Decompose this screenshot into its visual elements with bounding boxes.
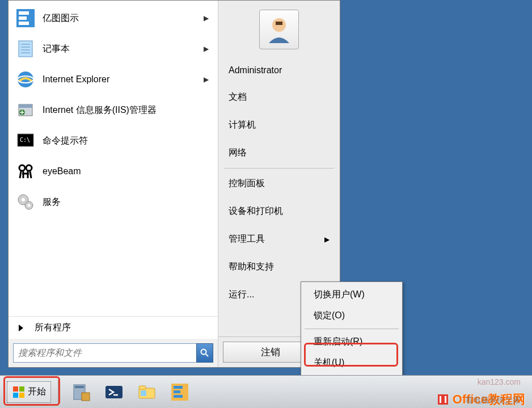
link-help[interactable]: 帮助和支持 bbox=[218, 253, 340, 281]
right-links: Administrator 文档 计算机 网络 控制面板 设备和打印机 管理工具… bbox=[218, 57, 340, 309]
submenu-switch-user[interactable]: 切换用户(W) bbox=[301, 284, 402, 305]
devices-label: 设备和打印机 bbox=[229, 205, 283, 217]
program-label: 记事本 bbox=[37, 43, 204, 55]
run-label: 运行... bbox=[229, 289, 254, 301]
user-avatar[interactable] bbox=[259, 10, 299, 49]
program-label: 命令提示符 bbox=[37, 135, 212, 147]
search-icon bbox=[200, 348, 209, 357]
network-label: 网络 bbox=[229, 147, 247, 159]
link-computer[interactable]: 计算机 bbox=[218, 111, 340, 139]
svg-rect-27 bbox=[13, 386, 18, 392]
program-item-edraw[interactable]: 亿图图示 ▶ bbox=[9, 3, 218, 33]
computer-label: 计算机 bbox=[229, 119, 256, 131]
svg-rect-29 bbox=[13, 393, 18, 398]
start-label: 开始 bbox=[28, 386, 46, 398]
svg-rect-12 bbox=[19, 104, 32, 108]
svg-rect-37 bbox=[139, 386, 146, 389]
all-programs-label: 所有程序 bbox=[35, 322, 71, 334]
taskbar-server-manager[interactable] bbox=[67, 380, 95, 404]
svg-point-16 bbox=[19, 165, 25, 171]
submenu-arrow-icon: ▶ bbox=[204, 45, 212, 53]
start-menu: 亿图图示 ▶ 记事本 ▶ Internet Explorer ▶ bbox=[8, 0, 340, 368]
program-label: Internet 信息服务(IIS)管理器 bbox=[37, 104, 212, 116]
windows-logo-icon bbox=[12, 385, 26, 399]
program-item-services[interactable]: 服务 bbox=[9, 187, 218, 217]
program-label: 亿图图示 bbox=[37, 12, 204, 24]
search-button[interactable] bbox=[196, 343, 213, 363]
iis-icon bbox=[14, 99, 37, 121]
all-programs-button[interactable]: 所有程序 bbox=[9, 316, 218, 339]
link-username[interactable]: Administrator bbox=[218, 57, 340, 83]
edraw-icon bbox=[170, 382, 189, 402]
start-menu-left-panel: 亿图图示 ▶ 记事本 ▶ Internet Explorer ▶ bbox=[9, 1, 218, 367]
svg-rect-33 bbox=[82, 393, 90, 401]
program-item-iis[interactable]: Internet 信息服务(IIS)管理器 bbox=[9, 95, 218, 125]
program-label: Internet Explorer bbox=[37, 74, 204, 85]
link-admin-tools[interactable]: 管理工具▶ bbox=[218, 225, 340, 253]
program-item-eyebeam[interactable]: eyeBeam bbox=[9, 156, 218, 187]
taskbar-edraw[interactable] bbox=[166, 380, 194, 404]
link-devices[interactable]: 设备和打印机 bbox=[218, 197, 340, 225]
divider bbox=[305, 329, 399, 329]
submenu-arrow-icon: ▶ bbox=[204, 75, 212, 83]
svg-line-24 bbox=[206, 354, 208, 356]
program-label: eyeBeam bbox=[37, 166, 212, 176]
svg-rect-1 bbox=[19, 11, 29, 15]
svg-point-23 bbox=[201, 350, 206, 355]
svg-rect-30 bbox=[19, 393, 24, 398]
svg-rect-3 bbox=[19, 22, 29, 25]
start-button[interactable]: 开始 bbox=[7, 381, 51, 403]
submenu-lock[interactable]: 锁定(O) bbox=[301, 305, 402, 326]
services-icon bbox=[14, 191, 37, 213]
powershell-icon bbox=[104, 382, 124, 402]
taskbar-explorer[interactable] bbox=[133, 380, 161, 404]
svg-rect-28 bbox=[19, 386, 24, 392]
taskbar: 开始 bbox=[0, 375, 532, 408]
svg-rect-38 bbox=[141, 390, 146, 396]
search-input[interactable] bbox=[13, 343, 197, 363]
taskbar-powershell[interactable] bbox=[100, 380, 128, 404]
submenu-arrow-icon: ▶ bbox=[324, 235, 330, 243]
arrow-right-icon bbox=[19, 325, 23, 331]
program-label: 服务 bbox=[37, 196, 212, 208]
admin-tools-label: 管理工具 bbox=[229, 233, 265, 245]
link-network[interactable]: 网络 bbox=[218, 139, 340, 167]
user-avatar-wrap bbox=[218, 5, 340, 57]
explorer-icon bbox=[137, 382, 157, 402]
link-control-panel[interactable]: 控制面板 bbox=[218, 170, 340, 197]
svg-rect-41 bbox=[174, 390, 180, 393]
documents-label: 文档 bbox=[229, 91, 247, 103]
program-item-notepad[interactable]: 记事本 ▶ bbox=[9, 33, 218, 64]
control-panel-label: 控制面板 bbox=[229, 178, 265, 190]
ie-icon bbox=[14, 68, 37, 91]
search-row bbox=[9, 339, 218, 367]
svg-rect-42 bbox=[174, 395, 183, 398]
divider bbox=[224, 168, 334, 169]
svg-rect-26 bbox=[276, 22, 282, 25]
svg-rect-2 bbox=[19, 16, 27, 20]
server-manager-icon bbox=[71, 382, 91, 402]
username-label: Administrator bbox=[229, 65, 282, 75]
svg-rect-40 bbox=[174, 386, 183, 389]
help-label: 帮助和支持 bbox=[229, 261, 274, 273]
svg-rect-32 bbox=[75, 386, 84, 388]
taskbar-separator bbox=[58, 380, 60, 405]
svg-point-20 bbox=[22, 198, 25, 201]
cmd-icon: C:\ bbox=[14, 129, 37, 152]
submenu-restart[interactable]: 重新启动(R) bbox=[301, 331, 402, 352]
svg-point-17 bbox=[26, 165, 32, 171]
edraw-icon bbox=[14, 7, 37, 30]
submenu-arrow-icon: ▶ bbox=[204, 14, 212, 22]
svg-point-22 bbox=[28, 204, 31, 207]
svg-rect-4 bbox=[19, 41, 32, 57]
eyebeam-icon bbox=[14, 160, 37, 183]
link-documents[interactable]: 文档 bbox=[218, 83, 340, 111]
svg-text:C:\: C:\ bbox=[20, 137, 30, 143]
notepad-icon bbox=[14, 37, 37, 60]
pinned-programs-list: 亿图图示 ▶ 记事本 ▶ Internet Explorer ▶ bbox=[9, 1, 218, 316]
program-item-cmd[interactable]: C:\ 命令提示符 bbox=[9, 125, 218, 156]
program-item-ie[interactable]: Internet Explorer ▶ bbox=[9, 64, 218, 95]
power-submenu: 切换用户(W) 锁定(O) 重新启动(R) 关机(U) bbox=[301, 281, 403, 376]
user-icon bbox=[263, 14, 295, 45]
submenu-shutdown[interactable]: 关机(U) bbox=[301, 352, 402, 373]
